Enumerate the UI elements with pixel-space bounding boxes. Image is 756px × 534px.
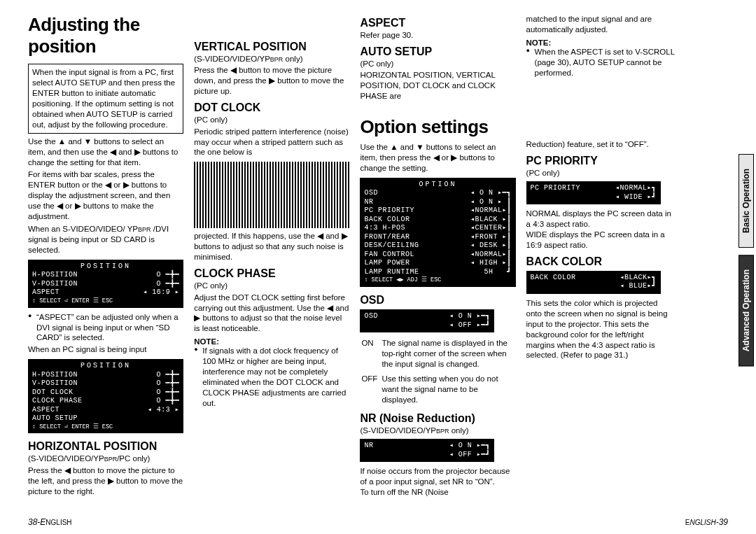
aspect-body: Refer page 30.: [360, 30, 515, 41]
option-intro: Use the ▲ and ▼ buttons to select an ite…: [360, 142, 515, 174]
osd-definition-list: ONThe signal name is displayed in the to…: [360, 337, 515, 409]
autosetup-body: HORIZONTAL POSITION, VERTICAL POSITION, …: [360, 70, 515, 101]
heading-nr: NR (Noise Reduction): [360, 412, 515, 425]
intro-text-4: When an PC signal is being input: [28, 344, 183, 355]
page-spread: Adjusting the position When the input si…: [0, 0, 756, 500]
heading-vertical-position: VERTICAL POSITION: [194, 41, 349, 53]
footer-left: 38-ENGLISH: [28, 517, 72, 527]
heading-osd: OSD: [360, 294, 515, 307]
nr-body: If noise occurs from the projector becau…: [360, 466, 515, 498]
heading-dot-clock: DOT CLOCK: [194, 101, 349, 114]
heading-auto-setup: AUTO SETUP: [360, 45, 515, 58]
note-heading-2: NOTE:: [526, 38, 675, 47]
heading-aspect: ASPECT: [360, 17, 515, 29]
osd-back-color: BACK COLOR◂BLACK▸┓ ◂ BLUE▸┛: [526, 271, 661, 294]
intro-text-1: Use the ▲ and ▼ buttons to select an ite…: [28, 136, 183, 168]
striped-pattern-image: [194, 162, 349, 228]
autosetup-sub: (PC only): [360, 59, 515, 69]
column-2: VERTICAL POSITION (S-VIDEO/VIDEO/YPBPR o…: [194, 14, 349, 500]
column-1: Adjusting the position When the input si…: [28, 14, 183, 500]
aspect-note: “ASPECT” can be adjusted only when a DVI…: [28, 312, 183, 344]
heading-clock-phase: CLOCK PHASE: [194, 267, 349, 280]
vpos-sub: (S-VIDEO/VIDEO/YPBPR only): [194, 54, 349, 64]
intro-text-2: For items with bar scales, press the ENT…: [28, 169, 183, 222]
side-tabs: Basic Operation Advanced Operation: [738, 154, 754, 366]
intro-text-3: When an S-VIDEO/VIDEO/ YPBPR /DVI signal…: [28, 224, 183, 255]
note-2: When the ASPECT is set to V-SCROLL (page…: [526, 47, 675, 78]
dotclock-body2: projected. If this happens, use the ◀ an…: [194, 231, 349, 262]
pcpri-sub: (PC only): [526, 168, 675, 178]
clockphase-body: Adjust the DOT CLOCK setting first befor…: [194, 293, 349, 335]
osd-nr-toggle: NR◂ O N ▸━┓ ◂ OFF ▸━┛: [360, 439, 494, 462]
osd-position-1: POSITION H-POSITIONO ━╋━ V-POSITIONO ━╋━…: [28, 260, 183, 308]
hpos-body: Press the ◀ button to move the picture t…: [28, 465, 183, 497]
osd-osd-toggle: OSD◂ O N ▸━┓ ◂ OFF ▸━┛: [360, 309, 494, 332]
osd-pc-priority: PC PRIORITY◂NORMAL▸┓ ◂ WIDE ▸┛: [526, 181, 661, 204]
column-3: ASPECT Refer page 30. AUTO SETUP (PC onl…: [360, 14, 515, 500]
note-heading-1: NOTE:: [194, 337, 349, 346]
tab-basic-operation[interactable]: Basic Operation: [738, 154, 754, 248]
intro-box: When the input signal is from a PC, firs…: [28, 64, 183, 134]
heading-option-settings: Option settings: [360, 116, 515, 138]
footer-right: ENGLISH-39: [685, 517, 728, 527]
heading-horizontal-position: HORIZONTAL POSITION: [28, 440, 183, 453]
heading-adjusting-position: Adjusting the position: [28, 14, 183, 57]
clockphase-note: If signals with a dot clock frequency of…: [194, 346, 349, 409]
dotclock-body1: Periodic striped pattern interference (n…: [194, 127, 349, 158]
heading-back-color: BACK COLOR: [526, 255, 675, 268]
heading-pc-priority: PC PRIORITY: [526, 155, 675, 167]
hpos-sub: (S-VIDEO/VIDEO/YPBPR/PC only): [28, 454, 183, 463]
dotclock-sub: (PC only): [194, 115, 349, 125]
col4-top: matched to the input signal and are auto…: [526, 14, 675, 35]
pcpri-body: NORMAL displays the PC screen data in a …: [526, 209, 675, 251]
column-4: matched to the input signal and are auto…: [526, 14, 675, 500]
nr-tail: Reduction) feature, set it to “OFF”.: [526, 139, 675, 150]
vpos-body: Press the ◀ button to move the picture d…: [194, 65, 349, 97]
osd-position-2: POSITION H-POSITIONO ━╋━ V-POSITIONO ━╋━…: [28, 359, 183, 433]
tab-advanced-operation[interactable]: Advanced Operation: [738, 255, 754, 366]
clockphase-sub: (PC only): [194, 281, 349, 290]
backcolor-body: This sets the color which is projected o…: [526, 298, 675, 361]
osd-option: OPTION OSD◂ O N ▸━┓ NR◂ O N ▸ ┃ PC PRIOR…: [360, 178, 515, 287]
nr-sub: (S-VIDEO/VIDEO/YPBPR only): [360, 426, 515, 435]
